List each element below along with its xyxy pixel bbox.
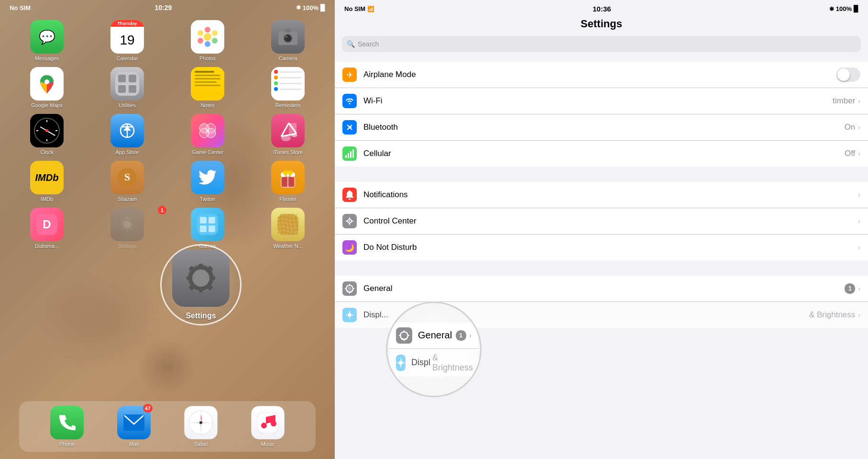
phone-status-bar: No SIM 10:29 ✱ 100% ▉ (0, 0, 335, 15)
app-label-twitter: Twitter (200, 196, 215, 202)
app-reminders[interactable]: Reminders (251, 67, 325, 108)
app-icon-camera (271, 20, 305, 54)
dock-icon-safari (184, 406, 218, 439)
settings-row-wifi[interactable]: Wi-Fi timber › (335, 88, 868, 114)
donotdisturb-icon: 🌙 (342, 240, 357, 255)
app-label-photos: Photos (199, 56, 216, 61)
svg-rect-65 (199, 287, 203, 292)
app-dubsmash[interactable]: D Dubsma... (10, 208, 84, 249)
app-label-shazam: Shazam (118, 196, 137, 202)
phone-battery-area: ✱ 100% ▉ (296, 4, 325, 11)
app-icon-twitter (191, 161, 224, 194)
dock-label-music: Music (261, 441, 275, 447)
svg-point-93 (348, 287, 352, 291)
app-photos[interactable]: Photos (170, 20, 245, 61)
app-shazam[interactable]: S Shazam (90, 161, 165, 202)
app-games[interactable]: Games (170, 208, 245, 249)
app-label-calendar: Calendar (117, 56, 138, 61)
app-icon-imdb: IMDb (30, 161, 64, 194)
app-label-gamecenter: Game Center (192, 149, 223, 155)
app-icon-gmaps (30, 67, 64, 101)
settings-page-title: Settings (335, 16, 868, 36)
app-camera[interactable]: Camera (251, 20, 325, 61)
svg-point-6 (198, 30, 203, 36)
dock: Phone 47 Mail (19, 401, 316, 452)
bluetooth-label: Bluetooth (363, 123, 845, 132)
svg-line-30 (281, 123, 289, 136)
wifi-label: Wi-Fi (363, 96, 833, 106)
display-icon (342, 308, 357, 322)
app-utilities[interactable]: Utilities (90, 67, 165, 108)
controlcenter-icon (342, 214, 357, 228)
app-icon-games (191, 208, 224, 241)
app-icon-dubsmash: D (30, 208, 64, 241)
app-clock[interactable]: Clock (10, 114, 84, 155)
app-settings[interactable]: 1 Settings (90, 208, 165, 249)
dock-music[interactable]: Music (251, 406, 285, 447)
section-spacer-1 (335, 168, 868, 182)
settings-row-bluetooth[interactable]: Bluetooth On › (335, 114, 868, 141)
svg-point-2 (212, 30, 218, 36)
svg-rect-66 (187, 276, 192, 280)
toggle-knob (837, 68, 850, 81)
svg-rect-57 (200, 217, 207, 224)
airplane-mode-toggle[interactable] (836, 67, 860, 82)
controlcenter-label: Control Center (363, 216, 858, 226)
app-gmaps[interactable]: Google Maps (10, 67, 84, 108)
svg-point-5 (198, 38, 203, 44)
svg-rect-16 (118, 75, 126, 82)
section-spacer-top (335, 57, 868, 62)
svg-rect-91 (346, 221, 348, 222)
airplane-mode-label: Airplane Mode (363, 70, 836, 79)
dock-mail[interactable]: 47 Mail (117, 406, 151, 447)
app-appstore[interactable]: App Store (90, 114, 165, 155)
dock-phone[interactable]: Phone (50, 406, 84, 447)
app-calendar[interactable]: Thursday 19 Calendar (90, 20, 165, 61)
app-icon-clock (30, 114, 64, 147)
app-label-utilities: Utilities (119, 102, 135, 108)
app-twitter[interactable]: Twitter (170, 161, 245, 202)
app-label-dubsmash: Dubsma... (35, 243, 59, 249)
settings-row-notifications[interactable]: Notifications › (335, 182, 868, 208)
bluetooth-chevron: › (858, 123, 860, 131)
app-imdb[interactable]: IMDb IMDb (10, 161, 84, 202)
app-flixster[interactable]: Flixster (251, 161, 325, 202)
svg-rect-84 (348, 153, 349, 158)
app-weather[interactable]: Weather N... (251, 208, 325, 249)
svg-rect-64 (199, 264, 203, 269)
svg-point-12 (286, 36, 287, 38)
bluetooth-icon-phone: ✱ (296, 4, 301, 11)
svg-point-1 (205, 27, 210, 33)
svg-point-3 (212, 38, 218, 44)
app-messages[interactable]: 💬 Messages (10, 20, 84, 61)
svg-rect-83 (345, 155, 347, 158)
battery-icon-settings: ▉ (854, 5, 858, 12)
settings-row-controlcenter[interactable]: Control Center › (335, 208, 868, 235)
phone-time: 10:29 (155, 4, 172, 11)
phone-carrier: No SIM (10, 4, 31, 11)
svg-point-82 (271, 421, 276, 426)
svg-point-26 (206, 123, 216, 133)
search-icon: 🔍 (347, 40, 355, 48)
svg-rect-18 (129, 75, 136, 82)
display-chevron: › (858, 311, 860, 319)
svg-rect-90 (349, 223, 350, 225)
calendar-day-name: Thursday (110, 20, 144, 27)
settings-row-cellular[interactable]: Cellular Off › (335, 141, 868, 167)
search-bar[interactable]: 🔍 Search (342, 36, 861, 52)
search-placeholder: Search (358, 40, 379, 48)
app-notes[interactable]: Notes (170, 67, 245, 108)
general-icon (342, 281, 357, 296)
settings-row-donotdisturb[interactable]: 🌙 Do Not Disturb › (335, 235, 868, 260)
svg-text:S: S (124, 171, 130, 183)
dock-safari[interactable]: Safari (184, 406, 218, 447)
cellular-chevron: › (858, 150, 860, 157)
app-label-appstore: App Store (116, 149, 139, 155)
calendar-day-number: 19 (110, 27, 144, 54)
settings-row-airplane[interactable]: ✈ Airplane Mode (335, 62, 868, 88)
svg-point-79 (199, 421, 202, 424)
app-gamecenter[interactable]: Game Center (170, 114, 245, 155)
settings-row-general[interactable]: General 1 › (335, 276, 868, 302)
app-icon-photos (191, 20, 224, 54)
app-itunes[interactable]: iTunes Store (251, 114, 325, 155)
